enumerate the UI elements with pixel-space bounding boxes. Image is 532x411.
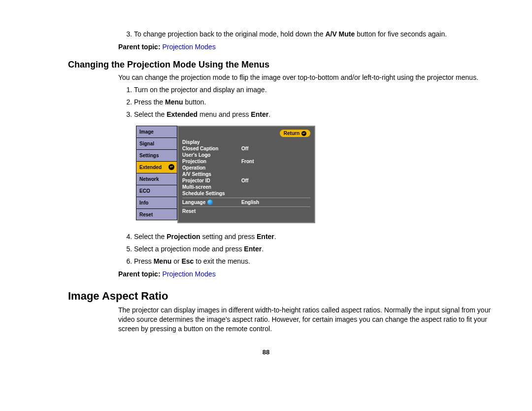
- osd-menu-figure: Image Signal Settings Extended Network E…: [136, 126, 315, 223]
- step-b4: Select the Projection setting and press …: [134, 232, 495, 241]
- osd-row-projector-id: Projector IDOff: [182, 177, 310, 184]
- heading-changing-projection: Changing the Projection Mode Using the M…: [68, 60, 495, 70]
- osd-tab-network: Network: [136, 173, 177, 185]
- osd-row-language: LanguageEnglish: [182, 199, 310, 206]
- enter-icon: [168, 164, 174, 170]
- osd-row-multi-screen: Multi-screen: [182, 184, 310, 190]
- osd-divider-2: [182, 206, 310, 207]
- parent-topic-1: Parent topic: Projection Modes: [118, 43, 495, 51]
- osd-row-projection: ProjectionFront: [182, 158, 310, 165]
- osd-row-users-logo: User's Logo: [182, 152, 310, 158]
- osd-tab-image: Image: [136, 126, 177, 137]
- intro-changing: You can change the projection mode to fl…: [118, 73, 495, 82]
- osd-row-closed-caption: Closed CaptionOff: [182, 145, 310, 152]
- osd-return-row: Return ↵: [182, 130, 310, 137]
- step-b6: Press Menu or Esc to exit the menus.: [134, 257, 495, 266]
- steps-list-b: Select the Projection setting and press …: [118, 232, 495, 266]
- parent-topic-link-2[interactable]: Projection Modes: [162, 270, 215, 278]
- osd-row-av-settings: A/V Settings: [182, 171, 310, 177]
- steps-list-a: Turn on the projector and display an ima…: [118, 85, 495, 119]
- osd-sidebar: Image Signal Settings Extended Network E…: [136, 126, 177, 223]
- page-number: 88: [37, 348, 495, 356]
- step-a2: Press the Menu button.: [134, 98, 495, 107]
- aspect-body: The projector can display images in diff…: [118, 306, 495, 334]
- step-3: To change projection back to the origina…: [134, 30, 495, 39]
- heading-aspect-ratio: Image Aspect Ratio: [68, 290, 495, 303]
- parent-topic-label: Parent topic:: [118, 43, 162, 51]
- step-3-bold: A/V Mute: [325, 30, 355, 38]
- osd-row-schedule: Schedule Settings: [182, 190, 310, 197]
- step-a1: Turn on the projector and display an ima…: [134, 85, 495, 95]
- step-a3: Select the Extended menu and press Enter…: [134, 110, 495, 119]
- step-list-continuation: To change projection back to the origina…: [118, 30, 495, 39]
- return-icon: ↵: [301, 131, 306, 136]
- osd-tab-signal: Signal: [136, 137, 177, 149]
- parent-topic-link[interactable]: Projection Modes: [162, 43, 215, 51]
- parent-topic-label-2: Parent topic:: [118, 270, 162, 278]
- osd-tab-settings: Settings: [136, 149, 177, 161]
- osd-panel: Return ↵ Display Closed CaptionOff User'…: [177, 126, 315, 223]
- osd-tab-reset: Reset: [136, 208, 177, 220]
- osd-return-badge: Return ↵: [280, 130, 310, 137]
- osd-tab-eco: ECO: [136, 185, 177, 197]
- globe-icon: [207, 200, 213, 205]
- step-3-text-a: To change projection back to the origina…: [134, 30, 325, 38]
- osd-row-operation: Operation: [182, 165, 310, 171]
- osd-divider: [182, 198, 310, 198]
- parent-topic-2: Parent topic: Projection Modes: [118, 270, 495, 278]
- step-b5: Select a projection mode and press Enter…: [134, 244, 495, 254]
- step-3-text-c: button for five seconds again.: [355, 30, 447, 38]
- osd-tab-info: Info: [136, 197, 177, 208]
- osd-tab-extended: Extended: [136, 161, 177, 173]
- osd-row-reset: Reset: [182, 208, 310, 214]
- osd-row-display: Display: [182, 139, 310, 145]
